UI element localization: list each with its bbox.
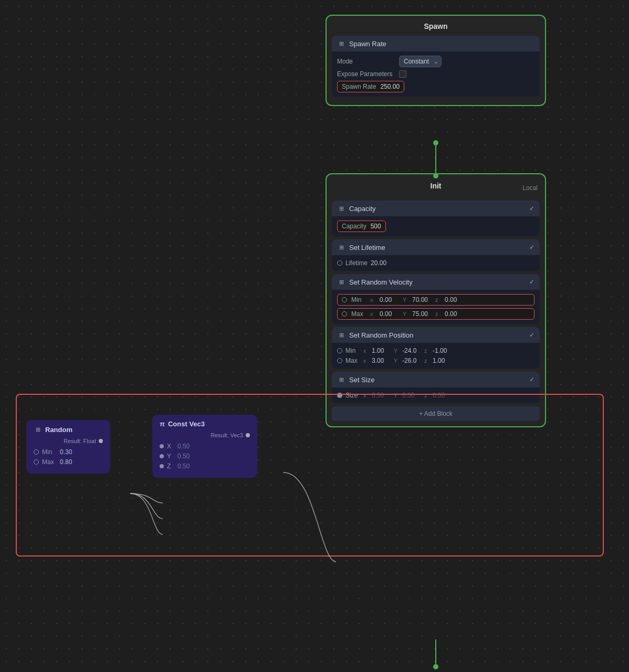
init-node-title: Init [360,181,511,191]
velocity-max-x: 0.00 [380,310,399,318]
lifetime-value: 20.00 [371,259,390,267]
position-check: ✓ [529,331,534,339]
velocity-max-dot [342,311,347,317]
svg-point-1 [433,140,438,145]
random-icon: ⊞ [34,425,42,434]
spawn-rate-icon: ⊞ [337,39,345,48]
pi-icon: π [160,420,165,428]
const-z-axis: Z [167,463,174,470]
mode-select-wrapper[interactable]: Constant [399,56,442,67]
random-max-value: 0.80 [60,458,72,466]
init-node: Init Local ⊞ Capacity ✓ Capacity 500 ⊞ S [326,173,546,427]
position-max-dot [337,358,342,363]
const-vec3-title: Const Vec3 [168,420,205,428]
expose-label: Expose Parameters [337,70,395,78]
size-label: Set Size [349,376,374,384]
random-min-value: 0.30 [60,448,72,456]
const-y-axis: Y [167,453,174,460]
random-min-label: Min [42,448,57,456]
const-x-axis: X [167,443,174,450]
capacity-block: ⊞ Capacity ✓ Capacity 500 [332,201,540,236]
const-x-value: 0.50 [177,443,190,450]
velocity-max-box[interactable]: Max x 0.00 Y 75.00 z 0.00 [337,308,534,320]
position-max-x: 3.00 [372,357,391,364]
spawn-rate-label: Spawn Rate [349,40,386,48]
spawn-rate-input-box[interactable]: Spawn Rate 250.00 [337,81,404,92]
capacity-value: 500 [371,223,381,230]
position-min-y: -24.0 [402,347,421,354]
const-x-dot [160,444,164,448]
size-icon: ⊞ [337,375,345,384]
mode-select[interactable]: Constant [399,56,442,67]
const-result-label: Result: Vec3 [211,432,243,438]
spawn-rate-value: 250.00 [380,83,400,90]
set-lifetime-block: ⊞ Set Lifetime ✓ Lifetime 20.00 [332,239,540,271]
spawn-node: Spawn ⊞ Spawn Rate Mode Constant Expose … [326,15,546,106]
velocity-min-box[interactable]: Min x 0.00 Y 70.00 z 0.00 [337,294,534,306]
velocity-icon: ⊞ [337,278,345,286]
velocity-min-label: Min [351,296,366,303]
const-y-dot [160,454,164,458]
position-max-label: Max [345,357,360,364]
random-result-dot [99,439,103,443]
size-check: ✓ [529,376,534,383]
position-min-dot [337,348,342,353]
lifetime-icon: ⊞ [337,243,345,251]
random-result-label: Result: Float [64,438,96,444]
lifetime-field-label: Lifetime [345,259,368,267]
lifetime-label: Set Lifetime [349,244,385,251]
const-z-dot [160,464,164,468]
velocity-label: Set Random Velocity [349,278,413,286]
spawn-rate-block: ⊞ Spawn Rate Mode Constant Expose Parame… [332,36,540,97]
random-max-label: Max [42,458,57,466]
capacity-icon: ⊞ [337,204,345,213]
position-min-z: -1.00 [433,347,452,354]
velocity-check: ✓ [529,278,534,286]
velocity-max-y: 75.00 [412,310,431,318]
velocity-min-y: 70.00 [412,296,431,303]
position-min-x: 1.00 [372,347,391,354]
mode-label: Mode [337,58,395,65]
expose-checkbox[interactable] [399,70,406,78]
capacity-input-box[interactable]: Capacity 500 [337,220,386,232]
position-max-z: 1.00 [433,357,452,364]
spawn-rate-input-label: Spawn Rate [342,83,376,90]
random-title: Random [45,426,72,434]
expose-row: Expose Parameters [337,70,534,78]
position-label: Set Random Position [349,331,413,339]
set-random-position-block: ⊞ Set Random Position ✓ Min x 1.00 Y -24… [332,327,540,369]
capacity-label: Capacity [349,205,376,213]
position-max-y: -26.0 [402,357,421,364]
const-result-dot [246,433,250,437]
velocity-min-z: 0.00 [445,296,464,303]
velocity-max-label: Max [351,310,366,318]
node-graph-section [16,394,604,556]
const-y-value: 0.50 [177,453,190,460]
capacity-input-label: Capacity [342,223,366,230]
mode-row: Mode Constant [337,56,534,67]
lifetime-dot [337,260,342,266]
svg-point-4 [433,664,438,669]
spawn-rate-input-row: Spawn Rate 250.00 [337,81,534,92]
position-icon: ⊞ [337,331,345,339]
set-random-velocity-block: ⊞ Set Random Velocity ✓ Min x 0.00 Y 70.… [332,274,540,324]
random-min-dot [34,449,39,455]
capacity-check: ✓ [529,205,534,212]
spawn-rate-header: ⊞ Spawn Rate [332,36,540,51]
const-z-value: 0.50 [177,463,190,470]
random-max-dot [34,459,39,465]
velocity-max-z: 0.00 [445,310,464,318]
init-node-subtitle: Local [511,184,538,192]
velocity-min-dot [342,297,347,302]
spawn-node-title: Spawn [332,21,540,32]
position-min-label: Min [345,347,360,354]
velocity-min-x: 0.00 [380,296,399,303]
lifetime-check: ✓ [529,244,534,251]
